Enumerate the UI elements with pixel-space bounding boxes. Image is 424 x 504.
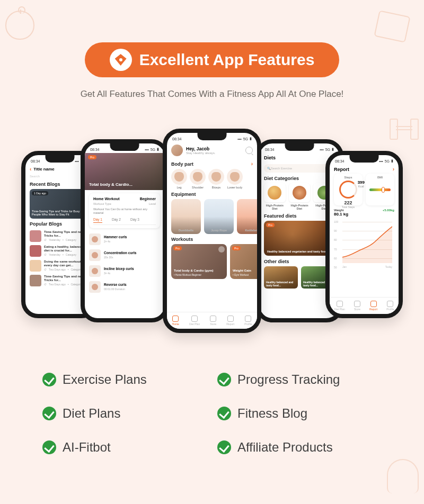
list-item[interactable]: Incline bicep curls3× 4x xyxy=(85,263,164,279)
pin-icon xyxy=(110,49,132,71)
phone-report: 08:34•••5G▮ Report› Steps 222 Total Step… xyxy=(325,151,403,318)
diet-category[interactable]: High-Protein Diet xyxy=(264,183,286,210)
equipment-card[interactable]: Dumbbells xyxy=(171,199,201,234)
check-icon xyxy=(217,440,231,454)
list-item[interactable]: Concentration curls20s 30s xyxy=(85,247,164,263)
bmi-card[interactable]: BMI xyxy=(366,174,394,205)
check-icon xyxy=(42,407,56,420)
chevron-right-icon[interactable]: › xyxy=(393,166,394,172)
phone-workout: 08:34•••5G▮ Pro Total body & Cardio... H… xyxy=(81,139,169,322)
feature-item: Exercise Plans xyxy=(42,372,207,387)
search-input[interactable]: 🔍 Search Exercise xyxy=(264,164,335,173)
diet-category[interactable]: High-Protein Diet xyxy=(289,183,311,210)
tab-dietplan[interactable]: Diet Plan xyxy=(334,301,345,311)
features-grid: Exercise Plans Progress Tracking Diet Pl… xyxy=(42,372,382,455)
check-icon xyxy=(42,440,56,454)
feature-item: Fitness Blog xyxy=(217,406,382,421)
day-tabs[interactable]: Day 1 Day 2 Day 3 xyxy=(93,218,156,225)
pro-badge: Pro xyxy=(88,155,96,159)
bottom-tabbar: Home Diet Plan Store Report Profile xyxy=(167,312,257,329)
phone-mockup-stage: 08:34•••5G▮ ‹ Title name Search Recent B… xyxy=(21,129,403,340)
workout-info-card: Home WorkoutWorkout TypeBeginnerLevel Wo… xyxy=(89,193,160,228)
decor-arm-icon xyxy=(387,459,419,493)
check-icon xyxy=(217,373,231,386)
check-icon xyxy=(217,407,231,420)
bmi-scale xyxy=(369,188,391,191)
bodypart-chip[interactable]: Shoulder xyxy=(190,169,206,189)
progress-ring-icon xyxy=(339,181,357,199)
feature-item: Progress Tracking xyxy=(217,372,382,387)
feature-item: AI-Fitbot xyxy=(42,440,207,455)
feature-item: Diet Plans xyxy=(42,406,207,421)
header-subtitle: Get All Features That Comes With a Fitne… xyxy=(0,89,424,100)
heart-icon[interactable] xyxy=(218,246,225,253)
pro-badge: Pro xyxy=(266,223,275,227)
tab-report[interactable]: Report xyxy=(369,301,377,311)
workout-card[interactable]: Pro Weight Gain• Gym Workout xyxy=(230,244,257,279)
pro-badge: Pro xyxy=(173,246,182,250)
back-icon[interactable]: ‹ xyxy=(30,166,31,172)
workout-hero: Pro Total body & Cardio... xyxy=(85,153,164,190)
avatar[interactable] xyxy=(171,145,183,156)
header-pill: Excellent App Features xyxy=(85,42,339,77)
tab-day1[interactable]: Day 1 xyxy=(93,218,102,223)
decor-notebook-icon xyxy=(374,10,410,42)
bodypart-chip[interactable]: Lower body xyxy=(227,169,243,189)
tab-home[interactable]: Home xyxy=(172,316,179,326)
screen-title: Diets xyxy=(264,155,276,160)
tab-store[interactable]: Store xyxy=(210,316,216,326)
tab-store[interactable]: Store xyxy=(354,301,360,311)
tab-profile[interactable]: Profile xyxy=(244,316,252,326)
list-item[interactable]: Hammer curls2× 4x xyxy=(85,231,164,247)
greeting: Hey, Jacob xyxy=(186,146,209,151)
header-title: Excellent App Features xyxy=(139,51,315,69)
tab-report[interactable]: Report xyxy=(226,316,234,326)
screen-title: Report xyxy=(334,167,349,172)
tab-day3[interactable]: Day 3 xyxy=(130,218,139,223)
screen-title: Title name xyxy=(33,167,54,172)
weight-chart: 100 90 80 70 60 50 Jan Today xyxy=(334,222,394,267)
steps-card[interactable]: Steps 222 Total Steps 399Kcal xyxy=(334,174,363,205)
diet-card[interactable]: Healthy balanced and tasty food... xyxy=(264,266,298,289)
workout-card[interactable]: Pro Total body & Cardio (gym)• Home Work… xyxy=(171,244,227,279)
feature-item: Affiliate Products xyxy=(217,440,382,455)
phone-home: 08:34•••5G▮ Hey, JacobStay Healthy alway… xyxy=(163,129,261,333)
list-item[interactable]: Reverse curls00:01:00 Duration xyxy=(85,279,164,295)
chevron-right-icon[interactable]: › xyxy=(251,161,253,167)
equipment-card[interactable]: Kettlebell xyxy=(237,199,257,234)
bottom-tabbar: Diet Plan Store Report Profile xyxy=(330,297,399,314)
featured-diet-card[interactable]: Pro Healthy balanced vegetarian and tast… xyxy=(264,221,335,256)
weight-delta: +5.00kg xyxy=(383,209,394,217)
tab-profile[interactable]: Profile xyxy=(386,301,394,311)
check-icon xyxy=(42,373,56,386)
tab-dietplan[interactable]: Diet Plan xyxy=(189,316,200,326)
bodypart-chip[interactable]: Biceps xyxy=(208,169,224,189)
decor-apple-icon xyxy=(5,11,34,40)
bodypart-chip[interactable]: Leg xyxy=(171,169,187,189)
search-icon[interactable] xyxy=(245,147,253,154)
pro-badge: Pro xyxy=(232,246,241,250)
equipment-card[interactable]: Jump Rope xyxy=(204,199,234,234)
tab-day2[interactable]: Day 2 xyxy=(112,218,121,223)
